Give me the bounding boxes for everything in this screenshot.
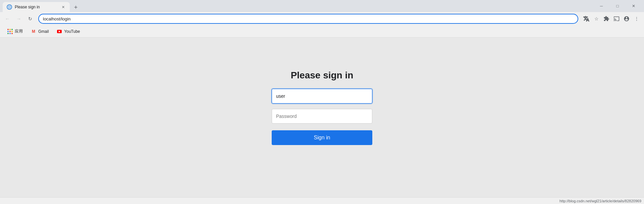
reload-button[interactable]: ↻: [25, 14, 35, 23]
username-input[interactable]: [272, 89, 372, 104]
status-url: http://blog.csdn.net/wgl21/article/detai…: [559, 199, 641, 203]
forward-button[interactable]: →: [14, 14, 23, 23]
window-controls: ─ □ ✕: [594, 1, 641, 11]
sign-in-button[interactable]: Sign in: [272, 130, 372, 145]
bookmark-apps[interactable]: 应用: [4, 27, 26, 36]
youtube-label: YouTube: [64, 29, 80, 34]
password-input[interactable]: [272, 109, 372, 124]
page-content: Please sign in Sign in: [0, 38, 644, 197]
profile-icon-button[interactable]: [622, 14, 631, 23]
close-button[interactable]: ✕: [626, 1, 641, 11]
tab-bar: Please sign in ✕ +: [3, 0, 592, 12]
tab-title: Please sign in: [15, 5, 58, 9]
gmail-icon: M: [31, 29, 36, 34]
bookmark-youtube[interactable]: YouTube: [53, 27, 83, 36]
apps-label: 应用: [15, 28, 23, 34]
cast-icon-button[interactable]: [612, 14, 621, 23]
new-tab-button[interactable]: +: [71, 3, 80, 12]
translate-icon-button[interactable]: [582, 14, 591, 23]
back-button[interactable]: ←: [3, 14, 12, 23]
bookmarks-bar: 应用 M Gmail YouTube: [0, 25, 644, 38]
address-bar: ← → ↻ localhost/login ☆: [0, 12, 644, 25]
status-bar: http://blog.csdn.net/wgl21/article/detai…: [0, 197, 644, 204]
browser-window: Please sign in ✕ + ─ □ ✕ ← → ↻ localhost…: [0, 0, 644, 204]
tab-favicon: [7, 4, 12, 10]
active-tab[interactable]: Please sign in ✕: [3, 2, 70, 12]
toolbar-icons: ☆ ⋮: [582, 14, 641, 23]
bookmark-gmail[interactable]: M Gmail: [28, 27, 52, 36]
extensions-icon-button[interactable]: [602, 14, 611, 23]
menu-icon-button[interactable]: ⋮: [632, 14, 641, 23]
address-input-container[interactable]: localhost/login: [38, 14, 578, 24]
page-title: Please sign in: [291, 70, 354, 81]
bookmark-icon-button[interactable]: ☆: [592, 14, 601, 23]
minimize-button[interactable]: ─: [594, 1, 609, 11]
tab-close-button[interactable]: ✕: [60, 4, 66, 10]
title-bar: Please sign in ✕ + ─ □ ✕: [0, 0, 644, 12]
maximize-button[interactable]: □: [610, 1, 625, 11]
login-form: Please sign in Sign in: [272, 70, 372, 145]
address-text: localhost/login: [43, 16, 574, 21]
youtube-icon: [57, 29, 62, 34]
gmail-label: Gmail: [38, 29, 49, 34]
apps-icon: [7, 29, 13, 34]
